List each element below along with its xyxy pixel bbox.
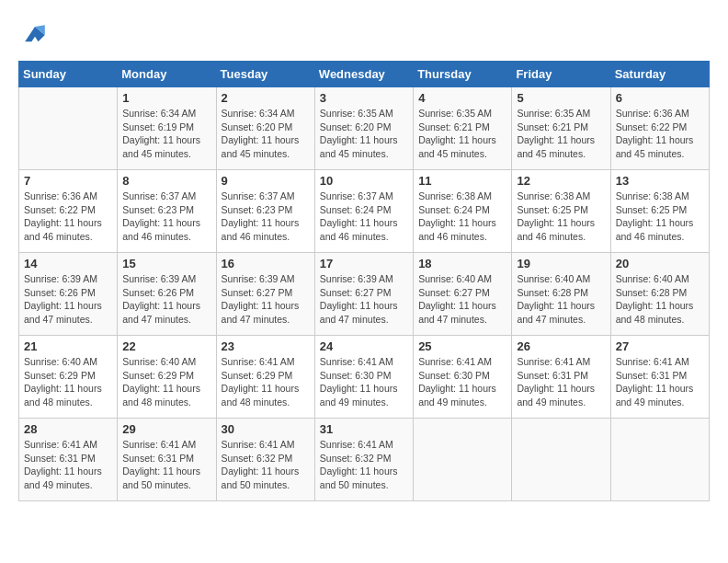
calendar-cell: 11Sunrise: 6:38 AM Sunset: 6:24 PM Dayli… [414,170,512,253]
calendar-table: SundayMondayTuesdayWednesdayThursdayFrid… [18,61,710,501]
calendar-cell: 28Sunrise: 6:41 AM Sunset: 6:31 PM Dayli… [19,419,118,501]
calendar-week-row: 1Sunrise: 6:34 AM Sunset: 6:19 PM Daylig… [19,87,710,170]
day-info: Sunrise: 6:34 AM Sunset: 6:19 PM Dayligh… [122,107,210,161]
day-number: 31 [320,422,408,436]
day-info: Sunrise: 6:41 AM Sunset: 6:32 PM Dayligh… [320,438,408,492]
calendar-cell: 6Sunrise: 6:36 AM Sunset: 6:22 PM Daylig… [610,87,709,170]
day-info: Sunrise: 6:41 AM Sunset: 6:31 PM Dayligh… [24,438,112,492]
weekday-header-cell: Friday [512,62,610,87]
weekday-header-cell: Tuesday [216,62,314,87]
calendar-cell: 31Sunrise: 6:41 AM Sunset: 6:32 PM Dayli… [314,419,413,501]
weekday-header-cell: Thursday [414,62,512,87]
calendar-cell: 23Sunrise: 6:41 AM Sunset: 6:29 PM Dayli… [216,336,314,419]
calendar-cell: 26Sunrise: 6:41 AM Sunset: 6:31 PM Dayli… [512,336,610,419]
day-info: Sunrise: 6:39 AM Sunset: 6:27 PM Dayligh… [222,272,310,327]
calendar-cell: 30Sunrise: 6:41 AM Sunset: 6:32 PM Dayli… [216,419,314,501]
calendar-body: 1Sunrise: 6:34 AM Sunset: 6:19 PM Daylig… [19,87,710,501]
day-number: 23 [222,339,310,353]
calendar-cell: 17Sunrise: 6:39 AM Sunset: 6:27 PM Dayli… [314,253,413,336]
day-number: 7 [24,174,112,188]
page-header [18,18,710,52]
day-info: Sunrise: 6:40 AM Sunset: 6:28 PM Dayligh… [616,272,704,327]
day-info: Sunrise: 6:41 AM Sunset: 6:30 PM Dayligh… [418,355,506,409]
calendar-cell: 12Sunrise: 6:38 AM Sunset: 6:25 PM Dayli… [512,170,610,253]
weekday-header-cell: Sunday [19,62,118,87]
day-info: Sunrise: 6:38 AM Sunset: 6:25 PM Dayligh… [616,190,704,244]
calendar-week-row: 21Sunrise: 6:40 AM Sunset: 6:29 PM Dayli… [19,336,710,419]
calendar-week-row: 28Sunrise: 6:41 AM Sunset: 6:31 PM Dayli… [19,419,710,501]
day-info: Sunrise: 6:39 AM Sunset: 6:27 PM Dayligh… [320,272,408,327]
day-number: 30 [222,422,310,436]
calendar-cell: 15Sunrise: 6:39 AM Sunset: 6:26 PM Dayli… [118,253,216,336]
day-info: Sunrise: 6:36 AM Sunset: 6:22 PM Dayligh… [24,190,112,244]
calendar-cell: 25Sunrise: 6:41 AM Sunset: 6:30 PM Dayli… [414,336,512,419]
day-info: Sunrise: 6:38 AM Sunset: 6:25 PM Dayligh… [517,190,605,244]
day-info: Sunrise: 6:41 AM Sunset: 6:32 PM Dayligh… [222,438,310,492]
day-info: Sunrise: 6:36 AM Sunset: 6:22 PM Dayligh… [616,107,704,161]
logo [18,18,57,52]
day-info: Sunrise: 6:41 AM Sunset: 6:30 PM Dayligh… [320,355,408,409]
calendar-cell: 21Sunrise: 6:40 AM Sunset: 6:29 PM Dayli… [19,336,118,419]
day-number: 5 [517,91,605,105]
day-number: 13 [616,174,704,188]
day-info: Sunrise: 6:37 AM Sunset: 6:23 PM Dayligh… [122,190,210,244]
calendar-cell: 22Sunrise: 6:40 AM Sunset: 6:29 PM Dayli… [118,336,216,419]
day-number: 8 [122,174,210,188]
day-number: 18 [418,257,506,270]
day-info: Sunrise: 6:41 AM Sunset: 6:31 PM Dayligh… [122,438,210,492]
day-number: 20 [616,257,704,270]
day-number: 25 [418,339,506,353]
calendar-cell: 5Sunrise: 6:35 AM Sunset: 6:21 PM Daylig… [512,87,610,170]
calendar-cell: 9Sunrise: 6:37 AM Sunset: 6:23 PM Daylig… [216,170,314,253]
day-number: 10 [320,174,408,188]
weekday-header-row: SundayMondayTuesdayWednesdayThursdayFrid… [19,62,710,87]
calendar-cell [610,419,709,501]
day-number: 28 [24,422,112,436]
calendar-cell: 16Sunrise: 6:39 AM Sunset: 6:27 PM Dayli… [216,253,314,336]
day-number: 6 [616,91,704,105]
day-number: 22 [122,339,210,353]
day-number: 27 [616,339,704,353]
day-info: Sunrise: 6:40 AM Sunset: 6:28 PM Dayligh… [517,272,605,327]
day-number: 11 [418,174,506,188]
calendar-cell: 19Sunrise: 6:40 AM Sunset: 6:28 PM Dayli… [512,253,610,336]
day-info: Sunrise: 6:41 AM Sunset: 6:31 PM Dayligh… [517,355,605,409]
day-info: Sunrise: 6:39 AM Sunset: 6:26 PM Dayligh… [24,272,112,327]
calendar-cell [512,419,610,501]
calendar-cell: 24Sunrise: 6:41 AM Sunset: 6:30 PM Dayli… [314,336,413,419]
day-number: 17 [320,257,408,270]
day-info: Sunrise: 6:40 AM Sunset: 6:27 PM Dayligh… [418,272,506,327]
day-number: 24 [320,339,408,353]
day-number: 12 [517,174,605,188]
day-info: Sunrise: 6:34 AM Sunset: 6:20 PM Dayligh… [222,107,310,161]
day-info: Sunrise: 6:35 AM Sunset: 6:20 PM Dayligh… [320,107,408,161]
weekday-header-cell: Monday [118,62,216,87]
day-number: 29 [122,422,210,436]
day-info: Sunrise: 6:37 AM Sunset: 6:24 PM Dayligh… [320,190,408,244]
calendar-cell: 20Sunrise: 6:40 AM Sunset: 6:28 PM Dayli… [610,253,709,336]
day-number: 26 [517,339,605,353]
calendar-cell: 18Sunrise: 6:40 AM Sunset: 6:27 PM Dayli… [414,253,512,336]
day-info: Sunrise: 6:35 AM Sunset: 6:21 PM Dayligh… [418,107,506,161]
calendar-cell: 13Sunrise: 6:38 AM Sunset: 6:25 PM Dayli… [610,170,709,253]
weekday-header-cell: Wednesday [314,62,413,87]
day-info: Sunrise: 6:35 AM Sunset: 6:21 PM Dayligh… [517,107,605,161]
day-number: 15 [122,257,210,270]
calendar-cell: 29Sunrise: 6:41 AM Sunset: 6:31 PM Dayli… [118,419,216,501]
calendar-cell: 3Sunrise: 6:35 AM Sunset: 6:20 PM Daylig… [314,87,413,170]
calendar-cell: 27Sunrise: 6:41 AM Sunset: 6:31 PM Dayli… [610,336,709,419]
calendar-cell: 1Sunrise: 6:34 AM Sunset: 6:19 PM Daylig… [118,87,216,170]
day-info: Sunrise: 6:41 AM Sunset: 6:31 PM Dayligh… [616,355,704,409]
day-number: 4 [418,91,506,105]
calendar-cell: 2Sunrise: 6:34 AM Sunset: 6:20 PM Daylig… [216,87,314,170]
day-info: Sunrise: 6:40 AM Sunset: 6:29 PM Dayligh… [122,355,210,409]
day-info: Sunrise: 6:40 AM Sunset: 6:29 PM Dayligh… [24,355,112,409]
day-info: Sunrise: 6:37 AM Sunset: 6:23 PM Dayligh… [222,190,310,244]
calendar-cell: 4Sunrise: 6:35 AM Sunset: 6:21 PM Daylig… [414,87,512,170]
day-number: 19 [517,257,605,270]
day-info: Sunrise: 6:39 AM Sunset: 6:26 PM Dayligh… [122,272,210,327]
calendar-cell: 14Sunrise: 6:39 AM Sunset: 6:26 PM Dayli… [19,253,118,336]
day-number: 1 [122,91,210,105]
logo-icon [18,18,51,52]
day-number: 3 [320,91,408,105]
